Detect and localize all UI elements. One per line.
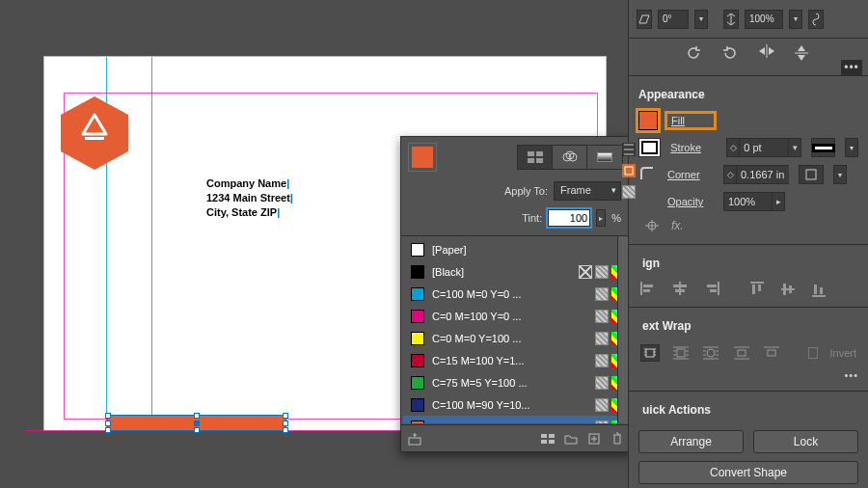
flip-v-icon[interactable]: [723, 10, 739, 29]
panel-menu-icon[interactable]: •••: [844, 369, 858, 381]
tint-stepper[interactable]: ▸: [596, 209, 606, 227]
swatch-item[interactable]: C=100 M=90 Y=10...: [403, 393, 629, 416]
current-fill-chip[interactable]: [409, 144, 436, 171]
rotate-ccw-icon[interactable]: [721, 44, 739, 62]
stroke-style-chip[interactable]: [811, 138, 835, 157]
stroke-weight-input[interactable]: ◇0 pt▾: [726, 138, 801, 157]
add-icon[interactable]: [586, 431, 602, 447]
tint-input[interactable]: [548, 209, 590, 227]
apply-to-label: Apply To:: [504, 185, 548, 197]
svg-rect-30: [758, 285, 761, 291]
corner-label[interactable]: Corner: [667, 169, 714, 180]
opacity-label[interactable]: Opacity: [667, 196, 714, 207]
swatch-color-tab[interactable]: [553, 146, 587, 169]
stroke-label[interactable]: Stroke: [670, 142, 717, 153]
align-bottom-icon[interactable]: [812, 282, 831, 297]
swatch-chip: [411, 287, 424, 301]
align-right-icon[interactable]: [702, 282, 721, 297]
shear-icon[interactable]: [637, 10, 652, 29]
new-folder-icon[interactable]: [563, 431, 579, 447]
shear-field[interactable]: 0°: [658, 10, 689, 29]
svg-rect-35: [814, 285, 817, 294]
selected-rectangle[interactable]: [107, 415, 286, 431]
swatch-list: [Paper][Black]C=100 M=0 Y=0 ...C=0 M=100…: [401, 235, 631, 423]
flip-horizontal-icon[interactable]: [758, 44, 775, 62]
convert-shape-button[interactable]: Convert Shape: [638, 461, 858, 484]
link-icon[interactable]: [808, 10, 824, 29]
tint-label: Tint:: [522, 212, 542, 224]
swatch-grid-tab[interactable]: [518, 146, 553, 169]
svg-rect-0: [85, 137, 104, 140]
footer-icon[interactable]: [540, 431, 556, 447]
wrap-jump-next-icon[interactable]: [762, 344, 781, 362]
caret-icon[interactable]: ▾: [845, 138, 858, 157]
opacity-input[interactable]: 100%▸: [723, 192, 785, 211]
swatch-name: [Paper]: [432, 244, 617, 256]
svg-rect-38: [677, 349, 685, 357]
wrap-shape-icon[interactable]: [701, 344, 720, 362]
scale-field[interactable]: 100%: [745, 10, 783, 29]
svg-rect-26: [707, 285, 717, 287]
corner-chip[interactable]: [638, 165, 658, 184]
trash-icon[interactable]: [610, 431, 625, 447]
swatch-item[interactable]: C=100 M=0 Y=0 ...: [403, 283, 629, 305]
align-center-v-icon[interactable]: [781, 282, 800, 297]
invert-checkbox[interactable]: [808, 347, 819, 359]
svg-rect-41: [768, 350, 775, 356]
wrap-none-icon[interactable]: [640, 344, 660, 362]
swatch-item[interactable]: ORANGE: [403, 416, 629, 423]
company-addr1: 1234 Main Street: [206, 192, 290, 203]
panel-menu-icon[interactable]: •••: [841, 60, 862, 75]
caret-icon[interactable]: ▾: [833, 165, 847, 184]
corner-style-chip[interactable]: [799, 165, 824, 184]
tint-unit: %: [611, 212, 621, 224]
align-left-icon[interactable]: [640, 282, 660, 297]
svg-rect-15: [622, 164, 636, 177]
apply-to-select[interactable]: Frame: [554, 181, 621, 201]
hatch-icon: [595, 420, 609, 424]
icon[interactable]: [622, 164, 636, 177]
swatch-item[interactable]: C=0 M=0 Y=100 ...: [403, 327, 629, 349]
caret-icon[interactable]: ▾: [694, 10, 708, 29]
fx-target-icon[interactable]: [644, 219, 660, 232]
fill-chip[interactable]: [638, 111, 658, 130]
swatches-panel[interactable]: Apply To: Frame Tint: ▸ % [Paper][Black]…: [400, 136, 632, 452]
swatch-item[interactable]: C=0 M=100 Y=0 ...: [403, 305, 629, 327]
align-row: [629, 276, 868, 303]
company-text-frame[interactable]: Company Name| 1234 Main Street| City, St…: [206, 176, 293, 220]
align-center-h-icon[interactable]: [671, 282, 691, 297]
svg-rect-19: [640, 282, 642, 295]
lock-button[interactable]: Lock: [753, 430, 858, 453]
swatch-chip: [411, 332, 424, 345]
wrap-jump-icon[interactable]: [732, 344, 751, 362]
stroke-chip[interactable]: [638, 138, 661, 157]
hatch-icon: [595, 376, 609, 390]
swatch-item[interactable]: [Paper]: [403, 238, 629, 260]
hatch-icon: [595, 265, 609, 279]
wrap-bounding-icon[interactable]: [671, 344, 691, 362]
control-bar: 0° ▾ 100% ▾: [629, 0, 868, 39]
invert-label: Invert: [829, 347, 856, 359]
fill-label[interactable]: Fill: [667, 114, 714, 127]
corner-input[interactable]: ◇0.1667 in: [723, 165, 789, 184]
swatch-chip: [411, 420, 424, 424]
company-addr2: City, State ZIP: [206, 206, 277, 218]
overlay-icons: [628, 0, 637, 199]
icon[interactable]: [622, 143, 636, 156]
swatch-name: [Black]: [432, 266, 571, 278]
flip-vertical-icon[interactable]: [795, 44, 812, 62]
icon[interactable]: [622, 185, 636, 199]
swatch-gradient-tab[interactable]: [587, 146, 622, 169]
caret-icon[interactable]: ▾: [789, 10, 802, 29]
svg-point-39: [707, 349, 715, 357]
new-swatch-icon[interactable]: [407, 431, 422, 447]
swatch-chip: [411, 376, 424, 390]
arrange-button[interactable]: Arrange: [638, 430, 744, 453]
swatch-item[interactable]: C=15 M=100 Y=1...: [403, 349, 629, 371]
swatch-chip: [411, 310, 424, 323]
swatch-item[interactable]: [Black]: [403, 260, 629, 283]
swatch-item[interactable]: C=75 M=5 Y=100 ...: [403, 371, 629, 393]
align-top-icon[interactable]: [750, 282, 770, 297]
rotate-cw-icon[interactable]: [685, 44, 702, 62]
fx-label[interactable]: fx.: [671, 219, 684, 232]
